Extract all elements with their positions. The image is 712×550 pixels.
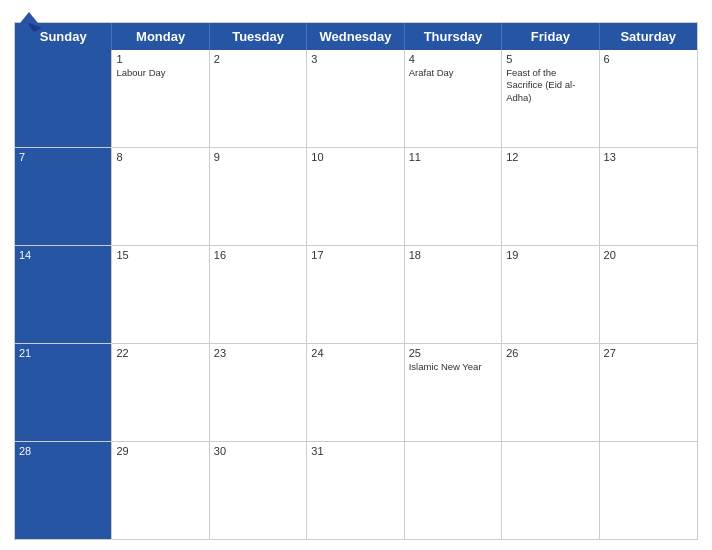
day-number: 1: [116, 53, 204, 65]
day-cell-1-7: 6: [600, 50, 697, 147]
day-number: 23: [214, 347, 302, 359]
day-cell-1-1: [15, 50, 112, 147]
day-cell-4-6: 26: [502, 344, 599, 441]
day-number: 8: [116, 151, 204, 163]
header-thursday: Thursday: [405, 23, 502, 50]
day-number: 13: [604, 151, 693, 163]
day-cell-4-1: 21: [15, 344, 112, 441]
day-number: 9: [214, 151, 302, 163]
day-cell-4-4: 24: [307, 344, 404, 441]
calendar-grid: Sunday Monday Tuesday Wednesday Thursday…: [14, 22, 698, 540]
day-cell-2-7: 13: [600, 148, 697, 245]
calendar-container: Sunday Monday Tuesday Wednesday Thursday…: [0, 0, 712, 550]
day-cell-3-6: 19: [502, 246, 599, 343]
header-row: [14, 10, 698, 18]
day-number: 22: [116, 347, 204, 359]
day-cell-2-2: 8: [112, 148, 209, 245]
day-number: 29: [116, 445, 204, 457]
day-cell-1-5: 4Arafat Day: [405, 50, 502, 147]
holiday-name: Labour Day: [116, 67, 204, 79]
day-number: 16: [214, 249, 302, 261]
day-number: 12: [506, 151, 594, 163]
week-row-1: 1Labour Day234Arafat Day5Feast of the Sa…: [15, 50, 697, 148]
day-cell-5-1: 28: [15, 442, 112, 539]
day-number: 18: [409, 249, 497, 261]
day-number: 25: [409, 347, 497, 359]
day-cell-3-4: 17: [307, 246, 404, 343]
logo-bird-icon: [14, 10, 44, 38]
day-cell-2-3: 9: [210, 148, 307, 245]
day-number: 7: [19, 151, 107, 163]
day-number: 28: [19, 445, 107, 457]
day-number: 10: [311, 151, 399, 163]
header-saturday: Saturday: [600, 23, 697, 50]
day-number: 19: [506, 249, 594, 261]
day-number: 5: [506, 53, 594, 65]
day-number: 17: [311, 249, 399, 261]
day-cell-5-4: 31: [307, 442, 404, 539]
day-cell-1-6: 5Feast of the Sacrifice (Eid al-Adha): [502, 50, 599, 147]
day-number: 21: [19, 347, 107, 359]
day-cell-4-3: 23: [210, 344, 307, 441]
day-cell-3-1: 14: [15, 246, 112, 343]
day-number: 4: [409, 53, 497, 65]
day-cell-2-4: 10: [307, 148, 404, 245]
day-number: 27: [604, 347, 693, 359]
day-number: 26: [506, 347, 594, 359]
logo-area: [14, 10, 47, 38]
day-cell-1-2: 1Labour Day: [112, 50, 209, 147]
header-monday: Monday: [112, 23, 209, 50]
day-number: 11: [409, 151, 497, 163]
day-number: 14: [19, 249, 107, 261]
week-row-2: 78910111213: [15, 148, 697, 246]
day-number: 6: [604, 53, 693, 65]
week-row-3: 14151617181920: [15, 246, 697, 344]
holiday-name: Feast of the Sacrifice (Eid al-Adha): [506, 67, 594, 104]
holiday-name: Islamic New Year: [409, 361, 497, 373]
day-cell-2-5: 11: [405, 148, 502, 245]
day-number: 3: [311, 53, 399, 65]
day-cell-5-7: [600, 442, 697, 539]
calendar-weeks: 1Labour Day234Arafat Day5Feast of the Sa…: [15, 50, 697, 539]
day-cell-3-7: 20: [600, 246, 697, 343]
day-cell-3-5: 18: [405, 246, 502, 343]
day-cell-5-2: 29: [112, 442, 209, 539]
day-number: 30: [214, 445, 302, 457]
day-cell-4-2: 22: [112, 344, 209, 441]
day-headers-row: Sunday Monday Tuesday Wednesday Thursday…: [15, 23, 697, 50]
day-number: 15: [116, 249, 204, 261]
week-row-4: 2122232425Islamic New Year2627: [15, 344, 697, 442]
day-cell-2-1: 7: [15, 148, 112, 245]
day-cell-2-6: 12: [502, 148, 599, 245]
day-cell-3-3: 16: [210, 246, 307, 343]
day-cell-4-5: 25Islamic New Year: [405, 344, 502, 441]
day-cell-1-3: 2: [210, 50, 307, 147]
header-wednesday: Wednesday: [307, 23, 404, 50]
holiday-name: Arafat Day: [409, 67, 497, 79]
header-tuesday: Tuesday: [210, 23, 307, 50]
header-friday: Friday: [502, 23, 599, 50]
day-number: 31: [311, 445, 399, 457]
day-cell-4-7: 27: [600, 344, 697, 441]
day-number: 2: [214, 53, 302, 65]
day-cell-1-4: 3: [307, 50, 404, 147]
day-number: 24: [311, 347, 399, 359]
day-number: 20: [604, 249, 693, 261]
day-cell-5-3: 30: [210, 442, 307, 539]
day-cell-3-2: 15: [112, 246, 209, 343]
day-cell-5-6: [502, 442, 599, 539]
week-row-5: 28293031: [15, 442, 697, 539]
day-cell-5-5: [405, 442, 502, 539]
